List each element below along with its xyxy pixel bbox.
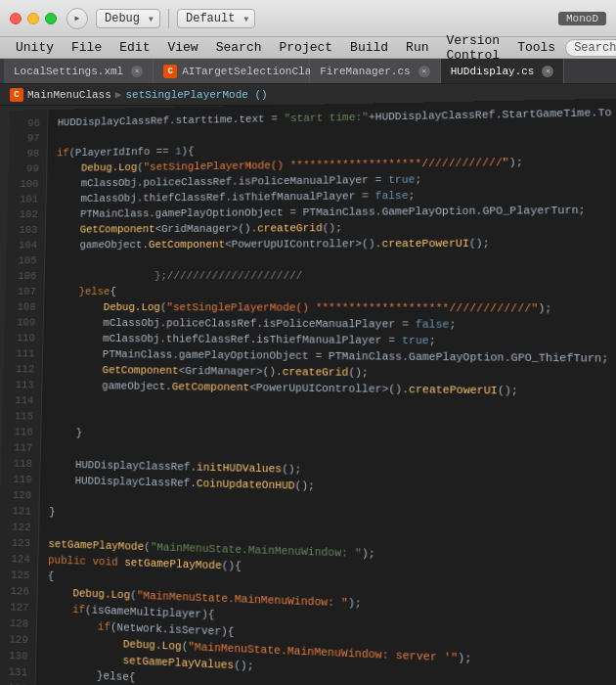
search-input[interactable]: Search (565, 39, 616, 57)
menu-project[interactable]: Project (271, 39, 340, 56)
code-content: HUDDisplayClassRef.starttime.text = "sta… (35, 98, 616, 685)
play-button[interactable] (66, 8, 88, 29)
scheme-dropdown[interactable]: Debug (96, 9, 160, 28)
menu-view[interactable]: View (159, 39, 205, 56)
code-editor: 96 97 98 99 100 101 102 103 104 105 106 … (0, 98, 616, 685)
maximize-button[interactable] (45, 13, 57, 24)
toolbar-separator (168, 9, 169, 28)
menu-unity[interactable]: Unity (8, 39, 62, 56)
minimize-button[interactable] (27, 13, 39, 24)
menu-bar: Unity File Edit View Search Project Buil… (0, 37, 616, 59)
tab-bar: LocalSettings.xml × C AITargetSelectionC… (0, 59, 616, 84)
menu-build[interactable]: Build (342, 39, 396, 56)
code-line: gameObject.GetComponent<PowerUpUIControl… (55, 235, 616, 253)
mono-badge: MonoD (558, 12, 606, 25)
breadcrumb-separator: ▶ (115, 88, 122, 101)
tab-aitarget[interactable]: C AITargetSelectionClass.cs × (154, 59, 310, 83)
tab-close-icon[interactable]: × (131, 66, 143, 77)
window-chrome: Debug Default MonoD (0, 0, 616, 37)
tab-close-icon[interactable]: × (542, 66, 553, 77)
traffic-lights (10, 13, 57, 24)
code-line: };///////////////////// (54, 267, 616, 284)
menu-edit[interactable]: Edit (111, 39, 157, 56)
tab-localsettings[interactable]: LocalSettings.xml × (4, 59, 154, 83)
menu-search[interactable]: Search (208, 39, 270, 56)
breadcrumb-class[interactable]: MainMenuClass (27, 89, 111, 101)
close-button[interactable] (10, 13, 22, 24)
app-window: Debug Default MonoD Unity File Edit View… (0, 0, 616, 685)
menu-run[interactable]: Run (398, 39, 436, 56)
menu-tools[interactable]: Tools (509, 39, 563, 56)
cs-file-icon: C (163, 65, 177, 78)
tab-huddisplay[interactable]: HUDdisplay.cs × (441, 59, 565, 83)
menu-file[interactable]: File (64, 39, 110, 56)
class-icon: C (10, 88, 23, 102)
tab-firemanager[interactable]: FireManager.cs × (310, 59, 440, 83)
destination-dropdown[interactable]: Default (177, 9, 255, 28)
breadcrumb-method[interactable]: setSinglePlayerMode () (125, 89, 267, 101)
tab-close-icon[interactable]: × (418, 66, 430, 77)
code-line (55, 251, 616, 269)
code-line: }else{ (54, 284, 616, 300)
